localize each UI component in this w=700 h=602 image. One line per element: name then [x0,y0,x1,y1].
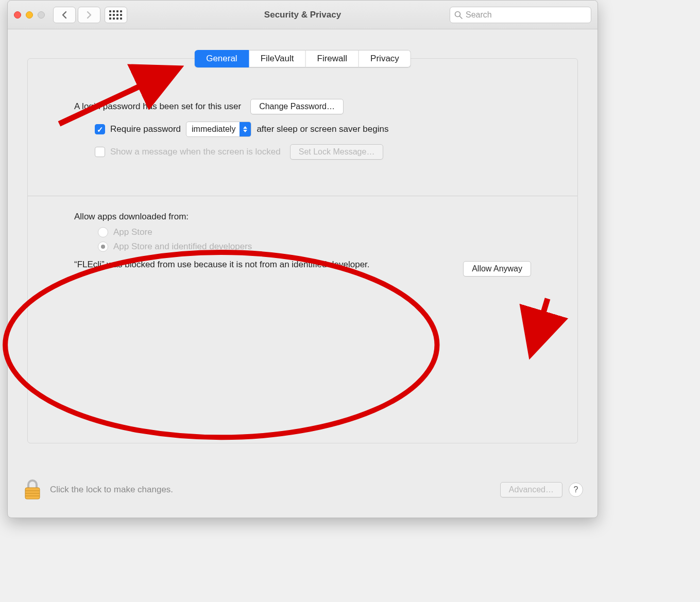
allow-apps-heading: Allow apps downloaded from: [74,212,531,222]
show-message-label: Show a message when the screen is locked [110,147,281,157]
login-password-row: A login password has been set for this u… [74,99,531,114]
grid-icon [109,10,123,20]
show-message-row: Show a message when the screen is locked… [95,144,531,160]
footer: Click the lock to make changes. Advanced… [22,476,583,503]
change-password-button[interactable]: Change Password… [250,99,344,114]
lock-hint-text: Click the lock to make changes. [50,485,173,495]
close-window-button[interactable] [14,11,21,19]
chevron-left-icon [61,11,67,19]
require-password-checkbox[interactable] [95,124,105,134]
chevron-right-icon [86,11,92,19]
nav-buttons [53,7,100,23]
radio-app-store-input [98,227,108,237]
require-password-label: Require password [110,124,181,134]
help-button[interactable]: ? [569,483,583,497]
tab-bar: General FileVault Firewall Privacy [194,50,411,67]
back-button[interactable] [53,7,76,23]
blocked-app-row: “FLEcli” was blocked from use because it… [74,259,531,277]
content-panel: General FileVault Firewall Privacy A log… [27,58,578,443]
svg-line-1 [460,16,463,19]
tab-privacy[interactable]: Privacy [359,50,411,67]
search-input[interactable]: Search [450,7,591,23]
divider [28,196,577,196]
preferences-window: Security & Privacy Search General FileVa… [7,0,598,518]
radio-app-store-identified: App Store and identified developers [98,242,531,252]
tab-firewall[interactable]: Firewall [306,50,360,67]
tab-general[interactable]: General [194,50,249,67]
advanced-button[interactable]: Advanced… [500,482,562,497]
require-password-row: Require password immediately after sleep… [95,122,531,137]
require-password-delay-select[interactable]: immediately [186,122,251,137]
search-placeholder: Search [466,10,492,20]
zoom-window-button[interactable] [38,11,45,19]
window-controls [14,11,45,19]
forward-button[interactable] [78,7,100,23]
search-icon [454,11,463,19]
select-arrows-icon [240,122,251,136]
tab-filevault[interactable]: FileVault [249,50,306,67]
radio-app-store-identified-input [98,242,108,252]
allow-apps-section: Allow apps downloaded from: App Store Ap… [74,212,531,277]
titlebar: Security & Privacy Search [8,1,597,29]
minimize-window-button[interactable] [26,11,33,19]
allow-anyway-button[interactable]: Allow Anyway [463,261,531,277]
show-all-button[interactable] [105,7,127,23]
blocked-app-message: “FLEcli” was blocked from use because it… [74,259,370,271]
radio-app-store: App Store [98,227,531,237]
set-lock-message-button: Set Lock Message… [290,144,384,160]
login-password-text: A login password has been set for this u… [74,101,241,112]
lock-icon[interactable] [22,478,43,501]
show-message-checkbox[interactable] [95,147,105,157]
require-password-suffix: after sleep or screen saver begins [257,124,388,134]
